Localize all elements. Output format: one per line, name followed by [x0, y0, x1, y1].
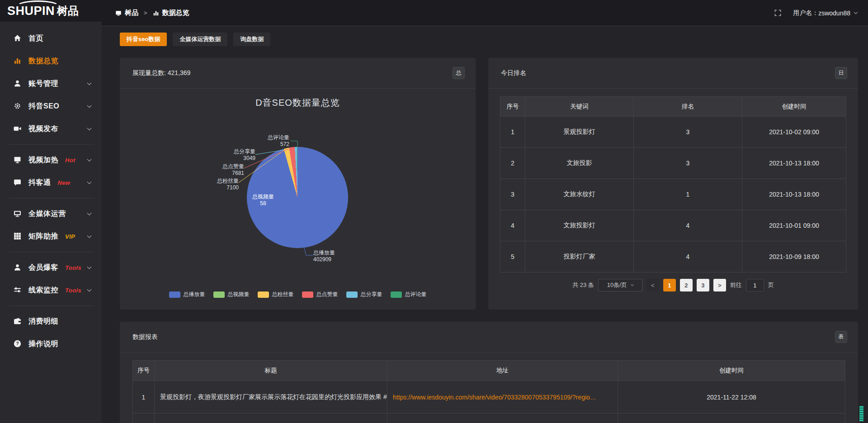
- table-cell: 3: [634, 117, 742, 148]
- goto-page-input[interactable]: [746, 279, 764, 291]
- column-header: 排名: [634, 97, 742, 117]
- video-icon: [14, 125, 22, 133]
- sidebar: SHUPIN 树品 首页数据总览账号管理抖音SEO视频发布视频加热Hot抖客通N…: [0, 0, 102, 423]
- column-header: 创建时间: [742, 97, 846, 117]
- impressions-value: 421,369: [168, 69, 191, 76]
- tab-media-operation-data[interactable]: 全媒体运营数据: [173, 33, 227, 46]
- sidebar-divider: [9, 252, 94, 252]
- legend-label: 总点赞量: [316, 291, 338, 298]
- report-title-cell: 景观投影灯，夜游景观投影灯厂家展示展示落花灯在花园里的灯光投影应用效果 #: [155, 381, 387, 414]
- legend-item[interactable]: 总评论量: [391, 291, 427, 298]
- svg-text:?: ?: [16, 341, 19, 346]
- sidebar-item-label: 首页: [28, 34, 43, 43]
- report-table: 序号标题地址创建时间 1景观投影灯，夜游景观投影灯厂家展示展示落花灯在花园里的灯…: [132, 360, 845, 423]
- app-window-icon: [115, 10, 122, 16]
- table-cell: [133, 414, 155, 423]
- top-bar: 树品 > 数据总览 用户名： zswodun88: [102, 0, 868, 26]
- total-badge-button[interactable]: 总: [453, 67, 465, 79]
- legend-item[interactable]: 总粉丝量: [258, 291, 294, 298]
- breadcrumb-item-app[interactable]: 树品: [115, 9, 138, 17]
- monitor-icon: [14, 210, 22, 218]
- sidebar-item-media-operation[interactable]: 全媒体运营: [0, 202, 102, 225]
- page-number-buttons: 123: [663, 279, 709, 291]
- chat-icon: [14, 179, 22, 187]
- sidebar-item-label: 消费明细: [28, 317, 58, 326]
- sidebar-item-douketong[interactable]: 抖客通New: [0, 171, 102, 194]
- sidebar-item-data-overview[interactable]: 数据总览: [0, 50, 102, 72]
- rank-panel-header: 今日排名 日: [488, 58, 858, 89]
- chevron-down-icon: [87, 81, 92, 85]
- legend-item[interactable]: 总视频量: [213, 291, 250, 298]
- sidebar-item-badge: New: [58, 179, 71, 186]
- page-button-3[interactable]: 3: [697, 279, 709, 291]
- sidebar-item-home[interactable]: 首页: [0, 27, 102, 50]
- pie-callout-label: 总评论量572: [249, 134, 289, 148]
- fullscreen-icon[interactable]: [774, 9, 781, 16]
- sliders-icon: [14, 286, 22, 294]
- day-badge-button[interactable]: 日: [835, 67, 847, 79]
- breadcrumb-item-current[interactable]: 数据总览: [153, 9, 189, 17]
- legend-swatch: [169, 291, 180, 298]
- sidebar-item-member-baoke[interactable]: 会员爆客Tools: [0, 256, 102, 279]
- tab-douyin-seo-data[interactable]: 抖音seo数据: [120, 33, 167, 46]
- sidebar-item-douyin-seo[interactable]: 抖音SEO: [0, 95, 102, 118]
- legend-swatch: [391, 291, 402, 298]
- column-header: 关键词: [525, 97, 634, 117]
- user-menu[interactable]: 用户名： zswodun88: [793, 9, 857, 17]
- table-cell: 5: [500, 241, 525, 273]
- legend-swatch: [302, 291, 313, 298]
- pie-callout-label: 总分享量3049: [215, 148, 255, 162]
- sidebar-item-matrix-boost[interactable]: 矩阵助推VIP: [0, 225, 102, 248]
- home-icon: [14, 34, 22, 42]
- report-panel-title: 数据报表: [132, 333, 158, 341]
- table-cell: 2021-10-01 09:00: [742, 210, 846, 241]
- table-cell: 4: [634, 210, 742, 241]
- table-row: 4文旅投影灯42021-10-01 09:00: [500, 210, 846, 241]
- legend-swatch: [213, 291, 225, 298]
- legend-item[interactable]: 总点赞量: [302, 291, 338, 298]
- sidebar-item-video-publish[interactable]: 视频发布: [0, 118, 102, 140]
- table-cell: 2021-10-13 18:00: [742, 179, 846, 210]
- sidebar-item-consumption-details[interactable]: 消费明细: [0, 310, 102, 333]
- rank-panel-title: 今日排名: [501, 69, 526, 77]
- table-cell: 3: [500, 179, 525, 210]
- sidebar-item-badge: Tools: [65, 264, 81, 271]
- legend-label: 总分享量: [361, 291, 382, 298]
- pagination: 共 23 条 10条/页 < 123 > 前往 页: [500, 279, 846, 291]
- impressions-total: 展现量总数: 421,369: [132, 69, 190, 77]
- sidebar-item-video-heating[interactable]: 视频加热Hot: [0, 149, 102, 171]
- floating-widget[interactable]: [859, 406, 863, 421]
- logo-arc-icon: [16, 0, 60, 12]
- report-link[interactable]: https://www.iesdouyin.com/share/video/70…: [393, 394, 596, 401]
- chart-legend: 总播放量总视频量总粉丝量总点赞量总分享量总评论量: [120, 291, 476, 298]
- sidebar-item-label: 视频发布: [28, 124, 58, 134]
- goto-unit: 页: [768, 281, 774, 289]
- column-header: 序号: [133, 361, 155, 381]
- chevron-down-icon: [87, 126, 92, 131]
- pie-chart-area[interactable]: D音SEO数据量总览 总播放量402909总视频量58总粉丝量7100总点赞量7…: [120, 89, 476, 309]
- table-cell: 1: [133, 381, 155, 414]
- next-page-button[interactable]: >: [713, 279, 726, 291]
- logo[interactable]: SHUPIN 树品: [0, 0, 102, 22]
- table-badge-button[interactable]: 表: [835, 331, 847, 343]
- legend-item[interactable]: 总播放量: [169, 291, 205, 298]
- column-header: 标题: [155, 361, 387, 381]
- page-button-1[interactable]: 1: [663, 279, 676, 291]
- chevron-down-icon: [631, 282, 634, 286]
- rank-panel: 今日排名 日 序号关键词排名创建时间 1景观投影灯32021-10-02 09:…: [488, 58, 858, 310]
- pie-chart[interactable]: [247, 147, 348, 248]
- sidebar-item-clue-monitoring[interactable]: 线索监控Tools: [0, 279, 102, 301]
- table-cell: 文旅水纹灯: [525, 179, 634, 210]
- report-panel: 数据报表 表 序号标题地址创建时间 1景观投影灯，夜游景观投影灯厂家展示展示落花…: [120, 322, 858, 423]
- chevron-down-icon: [87, 157, 92, 162]
- sidebar-item-account-management[interactable]: 账号管理: [0, 72, 102, 95]
- sidebar-item-label: 视频加热: [28, 155, 58, 165]
- breadcrumb: 树品 > 数据总览: [115, 9, 189, 17]
- sidebar-item-operation-guide[interactable]: ?操作说明: [0, 333, 102, 355]
- page-button-2[interactable]: 2: [680, 279, 693, 291]
- legend-label: 总播放量: [184, 291, 205, 298]
- tab-inquiry-data[interactable]: 询盘数据: [233, 33, 270, 46]
- prev-page-button[interactable]: <: [646, 279, 659, 291]
- legend-item[interactable]: 总分享量: [346, 291, 382, 298]
- page-size-select[interactable]: 10条/页: [598, 279, 642, 291]
